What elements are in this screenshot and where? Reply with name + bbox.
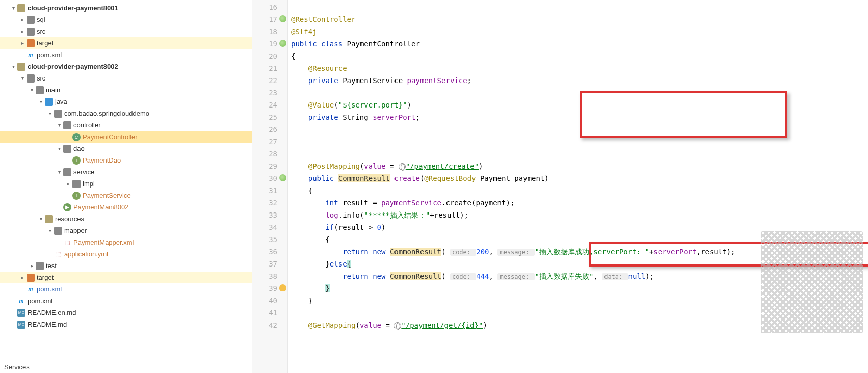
code-line[interactable]: [291, 123, 868, 136]
tree-item[interactable]: ▸target: [0, 37, 252, 49]
tree-item[interactable]: ▾dao: [0, 143, 252, 154]
gutter-run-icon[interactable]: [279, 174, 286, 181]
code-line[interactable]: @Value("${server.port}"): [291, 99, 868, 111]
tree-item[interactable]: ▸test: [0, 260, 252, 272]
tree-item[interactable]: mpom.xml: [0, 283, 252, 295]
tree-item[interactable]: ▾service: [0, 166, 252, 178]
code-line[interactable]: @PostMapping(value = "/payment/create"): [291, 160, 868, 172]
line-number: 21: [252, 62, 287, 74]
fold-tgt-icon: [27, 274, 35, 282]
tree-item[interactable]: ▾src: [0, 72, 252, 84]
code-area[interactable]: @RestController@Slf4jpublic class Paymen…: [288, 0, 868, 373]
line-number: 16: [252, 1, 287, 13]
fold-icon: [36, 262, 44, 270]
chevron-icon[interactable]: ▾: [18, 75, 27, 81]
tree-item[interactable]: CPaymentController: [0, 131, 252, 143]
chevron-icon[interactable]: ▸: [64, 181, 72, 186]
chevron-icon[interactable]: ▾: [55, 146, 63, 151]
tree-label: service: [73, 168, 94, 176]
line-number: 19: [252, 38, 287, 50]
fold-res-icon: [45, 215, 53, 223]
tree-label: pom.xml: [37, 51, 62, 59]
chevron-icon[interactable]: ▾: [37, 99, 45, 104]
code-line[interactable]: [291, 136, 868, 148]
chevron-icon[interactable]: ▾: [46, 228, 54, 233]
mvn-icon: m: [27, 285, 35, 294]
tree-item[interactable]: mpom.xml: [0, 295, 252, 307]
code-line[interactable]: public CommonResult create(@RequestBody …: [291, 172, 868, 184]
globe-icon: [399, 163, 406, 170]
tree-item[interactable]: mpom.xml: [0, 49, 252, 61]
project-tree[interactable]: ▾cloud-provider-payment8001▸sql▸src▸targ…: [0, 0, 252, 361]
chevron-icon[interactable]: ▾: [9, 5, 17, 11]
tree-item[interactable]: ▸sql: [0, 14, 252, 25]
md-icon: MD: [17, 309, 25, 317]
line-number: 30: [252, 172, 287, 184]
gutter-run-icon[interactable]: [279, 15, 286, 22]
chevron-icon[interactable]: ▾: [55, 122, 63, 128]
gutter-run-icon[interactable]: [279, 40, 286, 47]
tree-item[interactable]: ▸target: [0, 272, 252, 283]
tree-item[interactable]: MDREADME.md: [0, 318, 252, 330]
tree-label: dao: [73, 145, 85, 152]
chevron-icon[interactable]: ▾: [37, 216, 45, 222]
chevron-icon[interactable]: ▾: [55, 169, 63, 175]
code-line[interactable]: @Slf4j: [291, 25, 868, 38]
code-line[interactable]: [291, 148, 868, 160]
code-line[interactable]: private PaymentService paymentService;: [291, 74, 868, 87]
cls-icon: C: [72, 133, 81, 141]
tree-item[interactable]: ▾cloud-provider-payment8001: [0, 2, 252, 14]
code-line[interactable]: private String serverPort;: [291, 111, 868, 123]
code-line[interactable]: int result = paymentService.create(payme…: [291, 197, 868, 209]
chevron-icon[interactable]: ▸: [18, 40, 27, 46]
tree-label: PaymentMain8002: [73, 203, 128, 211]
code-line[interactable]: @Resource: [291, 62, 868, 74]
tree-label: PaymentDao: [83, 156, 121, 164]
tree-item[interactable]: ▾main: [0, 84, 252, 96]
tree-item[interactable]: IPaymentDao: [0, 154, 252, 166]
tree-item[interactable]: ▾controller: [0, 119, 252, 131]
tree-item[interactable]: ▾com.badao.springclouddemo: [0, 108, 252, 119]
line-number: 34: [252, 221, 287, 233]
tree-label: src: [37, 28, 45, 35]
tree-item[interactable]: ▾mapper: [0, 225, 252, 236]
tree-label: test: [46, 262, 57, 270]
code-line[interactable]: [291, 1, 868, 13]
tree-label: main: [46, 86, 60, 94]
chevron-icon[interactable]: ▾: [9, 64, 17, 69]
code-line[interactable]: {: [291, 50, 868, 62]
chevron-icon[interactable]: ▾: [28, 87, 36, 93]
chevron-icon[interactable]: ▾: [46, 111, 54, 116]
tree-item[interactable]: ▾java: [0, 96, 252, 108]
tree-item[interactable]: ▾resources: [0, 213, 252, 225]
tree-item[interactable]: ⬚PaymentMapper.xml: [0, 236, 252, 248]
line-number: 22: [252, 74, 287, 87]
tree-label: controller: [73, 121, 100, 129]
line-number: 37: [252, 258, 287, 270]
chevron-icon[interactable]: ▸: [18, 275, 27, 280]
tree-item[interactable]: ▾cloud-provider-payment8002: [0, 61, 252, 72]
tree-item[interactable]: MDREADME.en.md: [0, 307, 252, 318]
tree-label: pom.xml: [37, 285, 62, 293]
code-line[interactable]: @RestController: [291, 13, 868, 25]
code-line[interactable]: public class PaymentController: [291, 38, 868, 50]
tree-label: mapper: [64, 227, 87, 234]
app-icon: ▶: [63, 203, 71, 211]
chevron-icon[interactable]: ▸: [28, 263, 36, 269]
mvn-icon: m: [17, 297, 25, 305]
tree-item[interactable]: ▶PaymentMain8002: [0, 201, 252, 213]
lightbulb-icon[interactable]: [279, 284, 286, 291]
code-line[interactable]: {: [291, 184, 868, 197]
chevron-icon[interactable]: ▸: [18, 29, 27, 34]
services-tab[interactable]: Services: [0, 361, 252, 373]
code-editor[interactable]: 1617181920212223242526272829303132333435…: [252, 0, 868, 373]
tree-item[interactable]: ▸impl: [0, 178, 252, 190]
line-number: 35: [252, 233, 287, 246]
tree-item[interactable]: ⬚application.yml: [0, 248, 252, 260]
chevron-icon[interactable]: ▸: [18, 17, 27, 22]
tree-item[interactable]: IPaymentService: [0, 190, 252, 201]
tree-item[interactable]: ▸src: [0, 25, 252, 37]
code-line[interactable]: [291, 87, 868, 99]
fold-icon: [54, 227, 62, 235]
code-line[interactable]: log.info("*****插入结果："+result);: [291, 209, 868, 221]
